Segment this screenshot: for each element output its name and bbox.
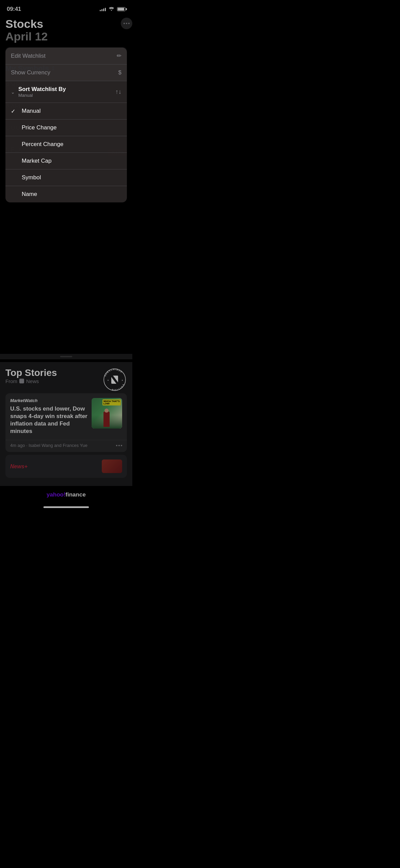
sort-dropdown: Edit Watchlist ✏ Show Currency $ ⌄ Sort … <box>5 48 127 202</box>
sort-option-manual[interactable]: ✓ Manual <box>5 103 127 120</box>
chevron-down-icon: ⌄ <box>11 89 15 95</box>
sort-option-label: Price Change <box>22 124 57 131</box>
sort-order-icon: ↑↓ <box>115 88 121 95</box>
sort-option-market-cap[interactable]: ✓ Market Cap <box>5 153 127 169</box>
show-currency-label: Show Currency <box>11 69 50 76</box>
currency-icon: $ <box>118 69 121 76</box>
edit-icon: ✏ <box>117 52 121 59</box>
sort-title: Sort Watchlist By <box>18 86 66 93</box>
show-currency-item[interactable]: Show Currency $ <box>5 65 127 81</box>
sort-option-label: Percent Change <box>22 141 63 148</box>
edit-watchlist-item[interactable]: Edit Watchlist ✏ <box>5 48 127 65</box>
sort-option-name[interactable]: ✓ Name <box>5 186 127 202</box>
sort-option-label: Manual <box>22 108 41 114</box>
sort-option-label: Symbol <box>22 174 41 181</box>
checkmark-icon: ✓ <box>11 108 18 114</box>
sort-subtitle: Manual <box>18 93 66 98</box>
sort-option-percent-change[interactable]: ✓ Percent Change <box>5 136 127 153</box>
sort-option-symbol[interactable]: ✓ Symbol <box>5 169 127 186</box>
sort-option-label: Name <box>22 191 37 198</box>
sort-option-price-change[interactable]: ✓ Price Change <box>5 120 127 136</box>
dropdown-top-section: Edit Watchlist ✏ Show Currency $ <box>5 48 127 81</box>
sort-section: ⌄ Sort Watchlist By Manual ↑↓ ✓ Manual ✓… <box>5 81 127 202</box>
sort-header[interactable]: ⌄ Sort Watchlist By Manual ↑↓ <box>5 81 127 103</box>
sort-option-label: Market Cap <box>22 158 52 164</box>
edit-watchlist-label: Edit Watchlist <box>11 53 45 59</box>
